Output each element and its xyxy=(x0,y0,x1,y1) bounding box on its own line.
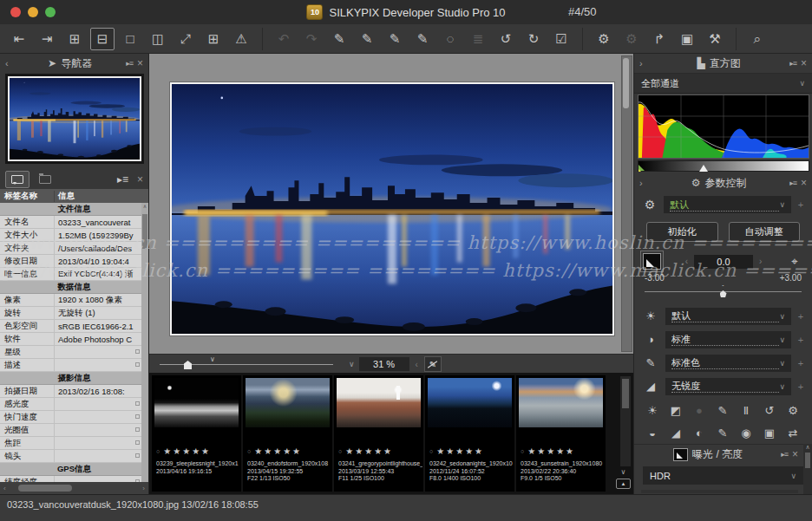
metadata-row[interactable]: 拍摄日期2013/02/16 18:08: xyxy=(0,385,148,398)
gradient-marker[interactable] xyxy=(699,160,708,172)
metadata-row[interactable]: 描述 xyxy=(0,359,148,372)
tools-hammer-button[interactable]: ⚒ xyxy=(703,28,727,50)
collapse-left-icon[interactable]: ‹ xyxy=(5,58,14,68)
main-photo[interactable] xyxy=(170,82,614,335)
initialize-button[interactable]: 初始化 xyxy=(646,222,718,242)
collapse-right-icon[interactable]: › xyxy=(639,178,648,188)
metadata-row[interactable]: 像素1920 x 1080 像素 xyxy=(0,294,148,307)
auto-adjust-tool-button[interactable]: ✎ xyxy=(327,28,351,50)
selection-frame-tool-button[interactable]: Ⅱ xyxy=(737,401,756,420)
tone-curve-tool-button[interactable]: ◩ xyxy=(666,401,685,420)
add-setting-icon[interactable]: + xyxy=(796,335,805,345)
add-preset-icon[interactable]: + xyxy=(796,199,805,210)
star-rating[interactable]: ○★★★★★ xyxy=(338,446,393,456)
export-button[interactable]: ↱ xyxy=(647,28,671,50)
sharpness-select[interactable]: 无锐度∨ xyxy=(665,378,791,395)
scrollbar-thumb[interactable] xyxy=(142,214,147,249)
star-rating[interactable]: ○★★★★★ xyxy=(521,446,575,456)
exposure-panel-menu-icon[interactable]: ▸≡ xyxy=(781,450,788,459)
right-panel-scrollbar[interactable]: ∧ xyxy=(803,444,812,494)
rotate-right-button[interactable]: ↻ xyxy=(521,28,546,50)
scrollbar-thumb[interactable] xyxy=(623,58,629,108)
restore-tool-button[interactable]: ↺ xyxy=(760,401,779,420)
minimize-window-button[interactable] xyxy=(28,7,38,17)
pen-disabled-icon[interactable]: ✎ xyxy=(424,356,442,372)
exposure-panel-close-icon[interactable]: × xyxy=(792,448,798,460)
zoom-slider[interactable]: ∨ xyxy=(160,357,333,371)
collapse-right-icon[interactable]: › xyxy=(639,58,648,68)
metadata-row[interactable]: 文件名03233_vancouverat xyxy=(0,216,148,229)
brush-tool-button[interactable]: ✎ xyxy=(713,423,732,443)
metadata-menu-icon[interactable]: ▸≡ xyxy=(117,173,128,186)
star-rating[interactable]: ○★★★★★ xyxy=(429,446,484,456)
fullscreen-view-button[interactable]: ⤢ xyxy=(174,28,198,50)
preview-vertical-scrollbar[interactable] xyxy=(621,55,632,352)
navigator-close-icon[interactable]: × xyxy=(137,57,143,69)
scrollbar-thumb[interactable] xyxy=(622,379,629,408)
histogram-menu-icon[interactable]: ▸≡ xyxy=(789,59,796,68)
metadata-close-icon[interactable]: × xyxy=(137,173,143,186)
auto-adjust-button[interactable]: 自动调整 xyxy=(729,222,801,242)
white-balance-tool-button[interactable]: ☀ xyxy=(643,401,662,420)
ev-slider-thumb[interactable]: ˇ xyxy=(720,285,727,297)
shuffle-tool-button[interactable]: ⇄ xyxy=(783,423,802,443)
zoom-slider-thumb[interactable] xyxy=(184,361,192,369)
add-setting-icon[interactable]: + xyxy=(796,311,805,322)
retouch-brush-tool-button[interactable]: ✎ xyxy=(355,28,379,50)
metadata-row[interactable]: 焦距 xyxy=(0,437,148,450)
lasso-tool-button[interactable]: ◌ xyxy=(438,28,462,50)
compare-view-button[interactable]: ◫ xyxy=(146,28,170,50)
soft-focus-tool-button[interactable]: ◉ xyxy=(737,423,756,443)
add-setting-icon[interactable]: + xyxy=(796,381,805,392)
parameter-close-icon[interactable]: × xyxy=(801,177,807,189)
zoom-window-button[interactable] xyxy=(45,7,56,17)
channel-select[interactable]: 全部通道 ∨ xyxy=(634,73,812,94)
zoom-value[interactable]: 31 % xyxy=(359,357,409,371)
ev-decrease-icon[interactable]: ‹ xyxy=(685,257,688,266)
ev-value[interactable]: 0.0 xyxy=(694,255,753,269)
histogram-close-icon[interactable]: × xyxy=(801,57,807,69)
navigator-menu-icon[interactable]: ▸≡ xyxy=(126,59,133,68)
metadata-vertical-scrollbar[interactable]: ∧ xyxy=(141,203,148,482)
zoom-prev-icon[interactable]: ‹ xyxy=(416,360,418,369)
metadata-row[interactable]: 镜头 xyxy=(0,450,148,463)
filmstrip-thumbnail[interactable]: ○★★★★★03240_endofstorm_1920x1082013/04/1… xyxy=(243,375,332,492)
metadata-row[interactable]: 旋转无旋转 (1) xyxy=(0,307,148,320)
settings-gears-tool-button[interactable]: ⚙ xyxy=(783,401,802,420)
prev-image-button[interactable]: ⇤ xyxy=(7,28,31,50)
filmstrip-thumbnail[interactable]: ○★★★★★03243_sunsetrain_1920x10802013/02/… xyxy=(516,375,606,492)
metadata-horizontal-scrollbar[interactable]: ‹ › xyxy=(0,482,148,494)
crop-tool-button[interactable]: ▣ xyxy=(760,423,779,443)
tone-select[interactable]: 标准∨ xyxy=(665,331,791,348)
warning-display-button[interactable]: ⚠ xyxy=(229,28,253,50)
metadata-row[interactable]: 软件Adobe Photoshop C xyxy=(0,333,148,346)
ev-slider[interactable]: ˇ xyxy=(645,291,802,304)
close-window-button[interactable] xyxy=(10,7,21,17)
filmstrip-scrollbar[interactable] xyxy=(620,376,631,466)
metadata-row[interactable]: 光圈值 xyxy=(0,424,148,437)
fisheye-tool-button[interactable]: ◐ xyxy=(690,423,709,443)
parameter-menu-icon[interactable]: ▸≡ xyxy=(789,179,796,187)
mark-check-button[interactable]: ☑ xyxy=(549,28,573,50)
multi-preview-button[interactable]: ⊞ xyxy=(201,28,226,50)
metadata-row[interactable]: 唯一信息Exif YCbCr(4:4:4) 渐 xyxy=(0,268,148,281)
exposure-bias-icon[interactable] xyxy=(643,253,661,270)
star-rating[interactable]: ○★★★★★ xyxy=(156,446,211,456)
taste-gear-icon[interactable]: ⚙ xyxy=(641,198,658,212)
color-pen-tool-button[interactable]: ✎ xyxy=(713,401,732,420)
partial-correction-tool-button[interactable]: ✎ xyxy=(410,28,435,50)
metadata-row[interactable]: 快门速度 xyxy=(0,411,148,424)
metadata-row[interactable]: 星级 xyxy=(0,346,148,359)
auto-exposure-icon[interactable]: ⌖ xyxy=(786,255,803,269)
scrollbar-thumb[interactable] xyxy=(805,453,810,468)
metadata-row[interactable]: 色彩空间sRGB IEC61966-2.1 xyxy=(0,320,148,333)
develop-save-button[interactable]: ⚙ xyxy=(592,28,616,50)
star-rating[interactable]: ○★★★★★ xyxy=(247,446,302,456)
navigator-thumbnail[interactable] xyxy=(8,76,141,161)
scrollbar-thumb[interactable] xyxy=(18,485,72,492)
preset-select[interactable]: 默认 ∨ xyxy=(664,196,791,213)
rotate-left-button[interactable]: ↺ xyxy=(494,28,518,50)
hdr-mode-select[interactable]: HDR ∨ xyxy=(643,466,803,485)
ev-increase-icon[interactable]: › xyxy=(759,257,762,266)
preview-view-button[interactable]: □ xyxy=(118,28,142,50)
